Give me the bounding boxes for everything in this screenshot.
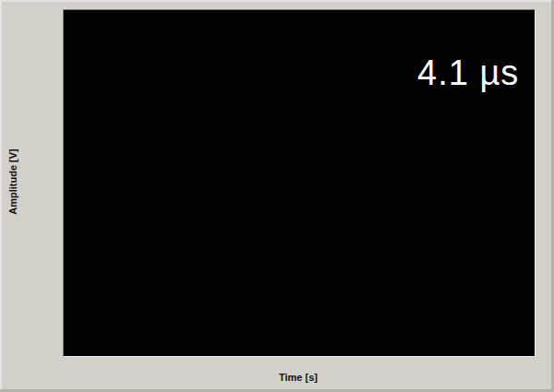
pulse-width-annotation: 4.1 µs [417, 53, 519, 93]
y-axis-title: Amplitude [V] [7, 148, 18, 215]
x-axis-title: Time [s] [261, 372, 335, 383]
waveform-graph-panel: Amplitude [V] 4.1 µs Time [s] [0, 0, 554, 392]
